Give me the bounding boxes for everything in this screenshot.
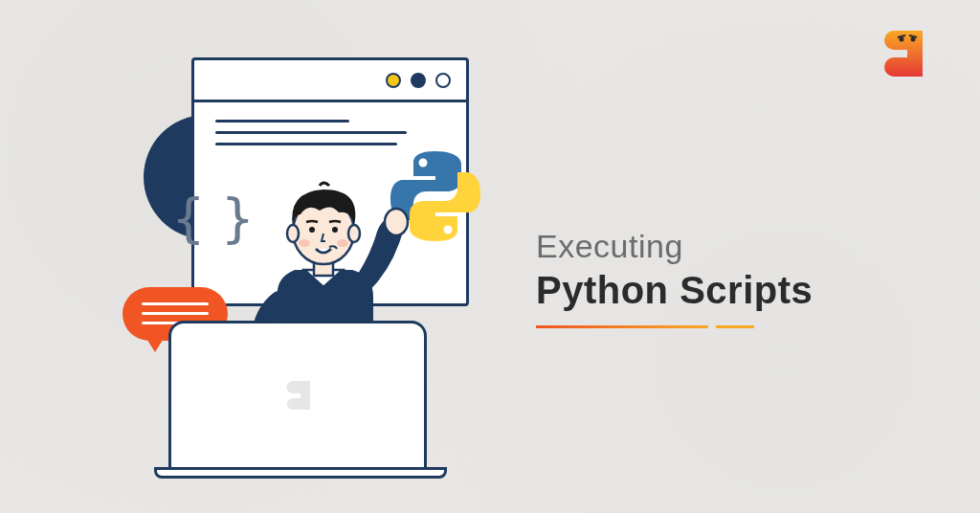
svg-point-12 bbox=[337, 239, 348, 247]
svg-point-8 bbox=[348, 225, 360, 242]
svg-point-2 bbox=[419, 159, 428, 167]
speech-line bbox=[142, 312, 209, 315]
code-line bbox=[215, 131, 407, 134]
laptop bbox=[168, 321, 427, 479]
window-dot-outline bbox=[435, 73, 451, 88]
svg-point-4 bbox=[385, 209, 408, 235]
window-dot-navy bbox=[411, 73, 426, 88]
coding-ninjas-icon bbox=[880, 27, 934, 80]
window-dot-yellow bbox=[386, 73, 401, 88]
heading-block: Executing Python Scripts bbox=[536, 228, 813, 328]
svg-point-10 bbox=[332, 227, 338, 233]
brand-logo bbox=[880, 27, 934, 80]
heading-line-2: Python Scripts bbox=[536, 269, 813, 312]
code-line bbox=[215, 120, 349, 123]
svg-point-3 bbox=[444, 226, 453, 234]
svg-point-9 bbox=[309, 227, 315, 233]
svg-point-7 bbox=[287, 225, 299, 242]
hero-illustration: { } bbox=[57, 57, 498, 459]
laptop-brand-icon bbox=[284, 379, 317, 412]
svg-point-11 bbox=[299, 239, 310, 247]
speech-line bbox=[142, 302, 209, 305]
browser-titlebar bbox=[194, 60, 466, 102]
laptop-base bbox=[154, 467, 447, 479]
code-line bbox=[215, 143, 397, 145]
underline-segment-short bbox=[716, 325, 754, 328]
underline-segment-long bbox=[536, 325, 708, 328]
heading-underline bbox=[536, 325, 813, 328]
heading-line-1: Executing bbox=[536, 228, 813, 265]
